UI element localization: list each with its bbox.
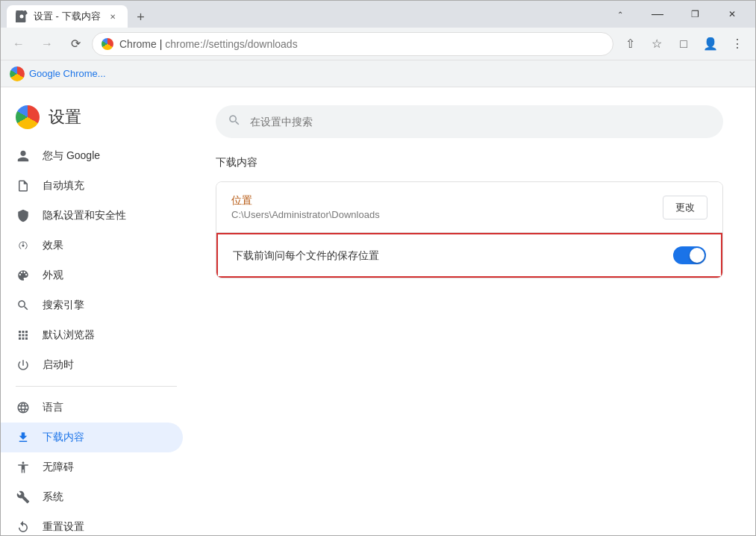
search-bar[interactable] — [216, 105, 723, 138]
google-icon — [16, 149, 31, 163]
tab-title: 设置 - 下载内容 — [34, 10, 101, 23]
appbar: Google Chrome... — [1, 60, 755, 87]
address-text: Chrome | chrome://settings/downloads — [119, 38, 298, 50]
sidebar-item-reset[interactable]: 重置设置 — [1, 512, 183, 535]
location-content: 位置 C:\Users\Administrator\Downloads — [231, 194, 663, 220]
ask-toggle-content: 下载前询问每个文件的保存位置 — [233, 249, 673, 263]
navbar: ← → ⟳ Chrome | chrome://settings/downloa… — [1, 28, 755, 60]
ask-toggle-switch[interactable] — [673, 246, 706, 264]
bookmark-button[interactable]: ☆ — [645, 32, 669, 56]
sidebar-item-performance[interactable]: 效果 — [1, 231, 183, 261]
new-tab-button[interactable]: + — [131, 7, 151, 28]
sidebar-item-system-label: 系统 — [43, 490, 63, 504]
sidebar-item-downloads-label: 下载内容 — [43, 431, 84, 444]
ask-toggle-row: 下载前询问每个文件的保存位置 — [216, 233, 722, 278]
sidebar-item-search-label: 搜索引擎 — [43, 299, 84, 312]
sidebar-item-search[interactable]: 搜索引擎 — [1, 290, 183, 320]
account-button[interactable]: 👤 — [699, 32, 722, 56]
system-icon — [16, 490, 31, 505]
appearance-icon — [16, 268, 31, 283]
address-domain: Chrome — [119, 38, 157, 50]
content-area: 下载内容 位置 C:\Users\Administrator\Downloads… — [192, 87, 755, 535]
address-bar[interactable]: Chrome | chrome://settings/downloads — [92, 32, 613, 56]
location-row: 位置 C:\Users\Administrator\Downloads 更改 — [216, 182, 722, 233]
minimize-button[interactable]: — — [640, 3, 675, 25]
chrome-logo — [10, 66, 25, 81]
sidebar-item-appearance[interactable]: 外观 — [1, 261, 183, 290]
sidebar-item-accessibility-label: 无障碍 — [43, 461, 74, 474]
settings-logo-icon — [16, 105, 40, 129]
sidebar-item-google[interactable]: 您与 Google — [1, 141, 183, 171]
toggle-thumb — [690, 248, 705, 263]
sidebar-item-reset-label: 重置设置 — [43, 520, 84, 534]
sidebar-item-language[interactable]: 语言 — [1, 393, 183, 423]
search-input[interactable] — [250, 116, 711, 128]
titlebar: 设置 - 下载内容 ✕ + ⌃ — ❐ ✕ — [1, 1, 755, 28]
sidebar-item-browser[interactable]: 默认浏览器 — [1, 320, 183, 350]
downloads-icon — [16, 430, 31, 445]
tab-close-button[interactable]: ✕ — [107, 10, 119, 22]
sidebar-item-privacy-label: 隐私设置和安全性 — [43, 209, 126, 222]
browser-window: 设置 - 下载内容 ✕ + ⌃ — ❐ ✕ ← → ⟳ Chrome | chr… — [0, 0, 756, 536]
window-controls: ⌃ — ❐ ✕ — [603, 3, 749, 25]
tab-area: 设置 - 下载内容 ✕ + — [7, 1, 151, 28]
sidebar-item-downloads[interactable]: 下载内容 — [1, 423, 183, 452]
sidebar-item-google-label: 您与 Google — [43, 149, 100, 163]
change-location-button[interactable]: 更改 — [663, 196, 707, 219]
privacy-icon — [16, 208, 31, 223]
autofill-icon — [16, 178, 31, 193]
sidebar-item-performance-label: 效果 — [43, 239, 63, 252]
sidebar-divider — [16, 386, 177, 387]
sidebar-item-language-label: 语言 — [43, 401, 63, 414]
settings-header: 设置 — [1, 93, 192, 141]
settings-tab-icon — [16, 10, 28, 22]
downloads-settings-card: 位置 C:\Users\Administrator\Downloads 更改 下… — [216, 181, 723, 278]
performance-icon — [16, 238, 31, 253]
active-tab[interactable]: 设置 - 下载内容 ✕ — [7, 5, 128, 28]
back-button[interactable]: ← — [7, 32, 31, 56]
sidebar-item-autofill[interactable]: 自动填充 — [1, 171, 183, 201]
nav-actions: ⇧ ☆ □ 👤 ⋮ — [618, 32, 749, 56]
close-button[interactable]: ✕ — [715, 3, 749, 25]
language-icon — [16, 400, 31, 415]
settings-title: 设置 — [49, 106, 81, 128]
address-path: chrome://settings/downloads — [165, 38, 297, 50]
forward-button[interactable]: → — [35, 32, 59, 56]
share-button[interactable]: ⇧ — [618, 32, 642, 56]
reload-button[interactable]: ⟳ — [63, 32, 87, 56]
sidebar-item-startup-label: 启动时 — [43, 358, 74, 372]
search-engine-icon — [16, 298, 31, 313]
startup-icon — [16, 358, 31, 373]
sidebar-item-startup[interactable]: 启动时 — [1, 350, 183, 380]
restore-button[interactable]: ❐ — [678, 3, 712, 25]
appbar-title: Google Chrome... — [29, 68, 106, 79]
ask-toggle-label: 下载前询问每个文件的保存位置 — [233, 249, 379, 261]
chrome-logo-icon — [101, 38, 113, 50]
location-label: 位置 — [231, 194, 663, 208]
search-icon — [228, 113, 241, 130]
sidebar-item-browser-label: 默认浏览器 — [43, 328, 95, 342]
appbar-link[interactable]: Google Chrome... — [29, 68, 106, 79]
sidebar-item-accessibility[interactable]: 无障碍 — [1, 452, 183, 482]
section-title: 下载内容 — [216, 156, 731, 169]
split-view-button[interactable]: □ — [672, 32, 696, 56]
reset-icon — [16, 520, 31, 535]
collapse-button[interactable]: ⌃ — [603, 3, 637, 25]
search-bar-container — [216, 105, 731, 138]
location-value: C:\Users\Administrator\Downloads — [231, 209, 663, 220]
sidebar-item-privacy[interactable]: 隐私设置和安全性 — [1, 201, 183, 231]
main-area: 设置 您与 Google 自动填充 隐私设置和安全性 — [1, 87, 755, 535]
menu-button[interactable]: ⋮ — [725, 32, 749, 56]
sidebar-item-autofill-label: 自动填充 — [43, 179, 84, 193]
accessibility-icon — [16, 460, 31, 475]
sidebar-item-system[interactable]: 系统 — [1, 482, 183, 512]
sidebar-item-appearance-label: 外观 — [43, 269, 63, 282]
browser-icon — [16, 328, 31, 343]
sidebar: 设置 您与 Google 自动填充 隐私设置和安全性 — [1, 87, 192, 535]
